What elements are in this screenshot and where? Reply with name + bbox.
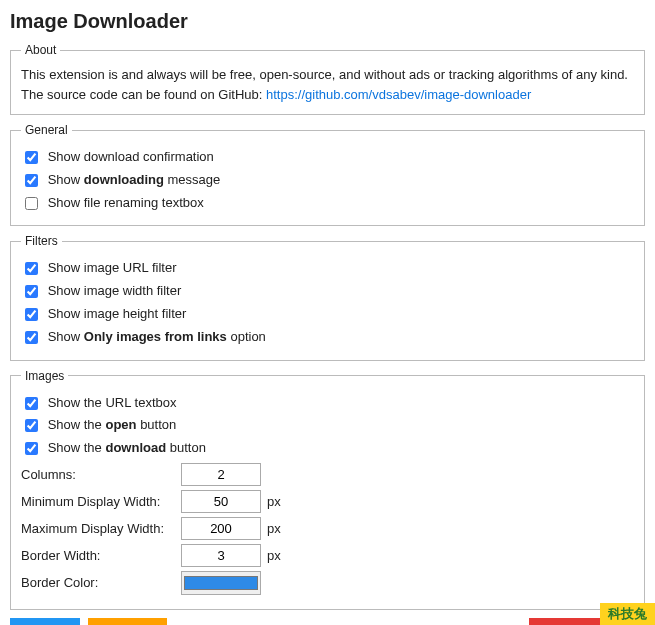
save-button[interactable]: SAVE [10,618,80,625]
show-download-button-checkbox[interactable] [25,442,38,455]
page-title: Image Downloader [10,10,645,33]
max-width-unit: px [267,521,281,536]
border-width-unit: px [267,548,281,563]
show-height-filter-option[interactable]: Show image height filter [21,304,634,325]
show-open-button-checkbox[interactable] [25,419,38,432]
min-width-row: Minimum Display Width: px [21,490,634,513]
show-url-filter-checkbox[interactable] [25,262,38,275]
columns-input[interactable] [181,463,261,486]
filters-legend: Filters [21,234,62,248]
show-download-confirmation-label: Show download confirmation [48,149,214,164]
min-width-label: Minimum Display Width: [21,494,181,509]
show-height-filter-label: Show image height filter [48,306,187,321]
show-width-filter-label: Show image width filter [48,283,182,298]
general-fieldset: General Show download confirmation Show … [10,123,645,226]
images-legend: Images [21,369,68,383]
min-width-unit: px [267,494,281,509]
border-color-input[interactable] [181,571,261,595]
button-row: SAVE RESET CLEAR DATA [10,618,645,625]
max-width-input[interactable] [181,517,261,540]
show-open-button-label-post: button [137,417,177,432]
show-downloading-message-label-bold: downloading [84,172,164,187]
border-width-input[interactable] [181,544,261,567]
show-open-button-label-pre: Show the [48,417,106,432]
show-download-confirmation-checkbox[interactable] [25,151,38,164]
about-description: This extension is and always will be fre… [21,67,628,82]
about-text: This extension is and always will be fre… [21,65,634,104]
images-fieldset: Images Show the URL textbox Show the ope… [10,369,645,610]
show-downloading-message-option[interactable]: Show downloading message [21,170,634,191]
show-only-from-links-label-post: option [227,329,266,344]
columns-row: Columns: [21,463,634,486]
show-url-textbox-checkbox[interactable] [25,397,38,410]
border-width-row: Border Width: px [21,544,634,567]
general-legend: General [21,123,72,137]
about-source-link[interactable]: https://github.com/vdsabev/image-downloa… [266,87,531,102]
reset-button[interactable]: RESET [88,618,167,625]
show-download-button-label-bold: download [105,440,166,455]
min-width-input[interactable] [181,490,261,513]
about-source-prefix: The source code can be found on GitHub: [21,87,266,102]
filters-fieldset: Filters Show image URL filter Show image… [10,234,645,360]
show-only-from-links-label-bold: Only images from links [84,329,227,344]
show-downloading-message-label-post: message [164,172,220,187]
show-download-confirmation-option[interactable]: Show download confirmation [21,147,634,168]
watermark: 科技兔 [600,603,655,625]
about-legend: About [21,43,60,57]
show-downloading-message-label-pre: Show [48,172,84,187]
show-width-filter-checkbox[interactable] [25,285,38,298]
show-only-from-links-checkbox[interactable] [25,331,38,344]
show-width-filter-option[interactable]: Show image width filter [21,281,634,302]
show-height-filter-checkbox[interactable] [25,308,38,321]
show-url-filter-label: Show image URL filter [48,260,177,275]
border-width-label: Border Width: [21,548,181,563]
show-downloading-message-checkbox[interactable] [25,174,38,187]
show-url-textbox-option[interactable]: Show the URL textbox [21,393,634,414]
show-only-from-links-option[interactable]: Show Only images from links option [21,327,634,348]
columns-label: Columns: [21,467,181,482]
max-width-label: Maximum Display Width: [21,521,181,536]
show-file-renaming-label: Show file renaming textbox [48,195,204,210]
show-download-button-label-post: button [166,440,206,455]
max-width-row: Maximum Display Width: px [21,517,634,540]
show-only-from-links-label-pre: Show [48,329,84,344]
border-color-row: Border Color: [21,571,634,595]
about-fieldset: About This extension is and always will … [10,43,645,115]
show-url-textbox-label: Show the URL textbox [48,395,177,410]
show-download-button-option[interactable]: Show the download button [21,438,634,459]
show-download-button-label-pre: Show the [48,440,106,455]
show-open-button-label-bold: open [105,417,136,432]
show-url-filter-option[interactable]: Show image URL filter [21,258,634,279]
show-file-renaming-checkbox[interactable] [25,197,38,210]
show-open-button-option[interactable]: Show the open button [21,415,634,436]
border-color-label: Border Color: [21,575,181,590]
show-file-renaming-option[interactable]: Show file renaming textbox [21,193,634,214]
